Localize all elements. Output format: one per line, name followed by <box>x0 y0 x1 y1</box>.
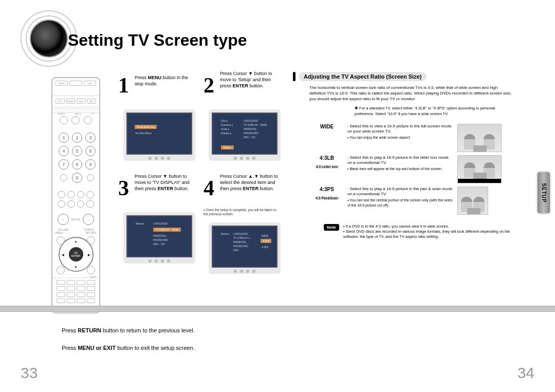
wide-image <box>457 124 502 152</box>
side-tab-setup: SETUP <box>538 172 550 213</box>
step-3-screenshot: Setup ▸ LANGUAGE TV DISPLAY : WIDE PAREN… <box>123 212 195 264</box>
ps-image <box>457 186 488 215</box>
section-header: Adjusting the TV Aspect Ratio (Screen Si… <box>293 72 524 81</box>
wide-desc: : Select this to view a 16:9 picture in … <box>347 124 453 135</box>
header-bar-icon <box>293 72 295 81</box>
footer-instruction-1: Press RETURN button to return to the pre… <box>62 327 555 333</box>
ps-bullet: • You can see the central portion of the… <box>347 198 453 207</box>
note-badge: Note <box>324 224 339 231</box>
footer-instruction-2: Press MENU or EXIT button to exit the se… <box>62 345 555 351</box>
page-number-right: 34 <box>517 364 534 382</box>
step-4-note: • Once the setup is complete, you will b… <box>203 208 281 216</box>
ps-sublabel: 4:3 Pan&Scan <box>314 196 339 200</box>
step-1-text: Press MENU button in the stop mode. <box>135 74 195 87</box>
note-line-1: • If a DVD is in the 4:3 ratio, you cann… <box>343 224 524 229</box>
aspect-wide-row: WIDE : Select this to view a 16:9 pictur… <box>308 124 524 152</box>
lb-bullet: • Black bars will appear at the top and … <box>347 166 453 171</box>
divider-bar <box>0 306 555 312</box>
aspect-ps-row: 4:3PS 4:3 Pan&Scan : Select this to play… <box>308 186 524 215</box>
ps-label: 4:3PS <box>308 186 345 192</box>
step-3-text: Press Cursor ▼ button to move to 'TV DIS… <box>135 173 195 192</box>
lb-image <box>457 155 502 183</box>
footer: Press RETURN button to return to the pre… <box>0 316 555 351</box>
step-2-text: Press Cursor ▼ button to move to 'Setup'… <box>220 70 281 89</box>
step-number: 2 <box>203 74 214 96</box>
step-number: 1 <box>118 74 129 96</box>
ps-desc: : Select this to play a 16:9 picture in … <box>347 186 453 197</box>
lb-sublabel: 4:3 Letter box <box>314 164 340 169</box>
note-line-2: • Since DVD discs are recorded in variou… <box>343 229 524 239</box>
wide-bullet: • You can enjoy the wide screen aspect. <box>347 135 453 140</box>
step-number: 4 <box>203 177 214 199</box>
page-number-left: 33 <box>21 364 38 382</box>
star-note: ✱ For a standard TV, select either "4:3L… <box>355 106 509 116</box>
step-number: 3 <box>118 177 129 199</box>
right-column: Adjusting the TV Aspect Ratio (Screen Si… <box>293 72 524 239</box>
page-title: Setting TV Screen type <box>68 31 247 50</box>
wide-label: WIDE <box>308 124 345 129</box>
note-row: Note • If a DVD is in the 4:3 ratio, you… <box>324 224 524 239</box>
aspect-lb-row: 4:3LB 4:3 Letter box : Select this to pl… <box>308 155 524 183</box>
step-2-screenshot: Disc ▸Function ▸Audio ▸Display ▸ Setup ▸… <box>209 109 281 161</box>
intro-paragraph: The horizontal to vertical screen size r… <box>309 85 515 102</box>
lb-label: 4:3LB <box>308 155 345 161</box>
step-1-screenshot: Press Enter key for Disc Menu <box>123 109 195 161</box>
section-title: Adjusting the TV Aspect Ratio (Screen Si… <box>299 72 427 81</box>
remote-illustration: BANDUSB DVDTUNERTAPEAUX POWEREJECTO/C 12… <box>51 77 100 313</box>
step-4-screenshot: Setup ▸ LANGUAGETV DISPLAY ▸PARENTALPASS… <box>209 222 281 274</box>
lb-desc: : Select this to play a 16:9 picture in … <box>347 155 453 166</box>
step-4-text: Press Cursor ▲,▼ button to select the de… <box>220 173 281 192</box>
